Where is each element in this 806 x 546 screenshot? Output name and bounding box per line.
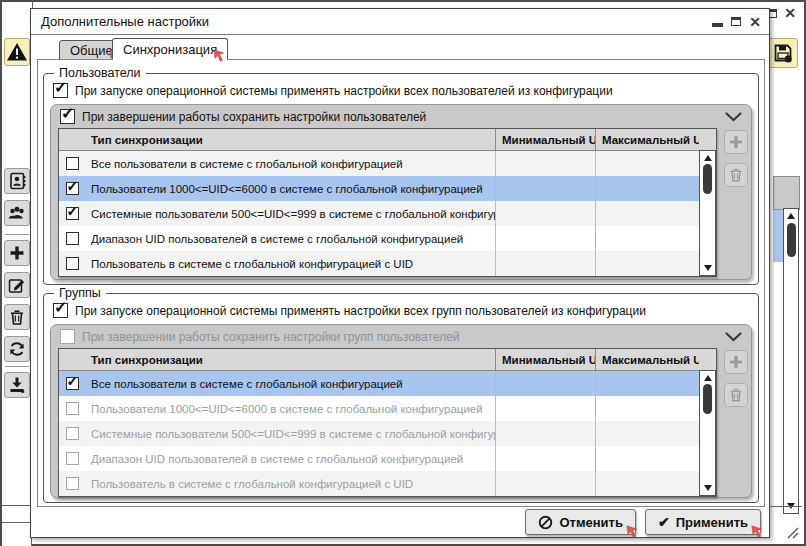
- row-checkbox[interactable]: [66, 182, 79, 195]
- users-apply-checkbox-row[interactable]: При запуске операционной системы применя…: [53, 83, 613, 98]
- max-uid-cell[interactable]: [595, 471, 699, 496]
- users-panel-header[interactable]: При завершении работы сохранить настройк…: [51, 105, 751, 128]
- delete-button[interactable]: [4, 304, 30, 330]
- min-uid-cell[interactable]: [495, 371, 595, 396]
- add-button[interactable]: [4, 240, 30, 266]
- refresh-button[interactable]: [4, 336, 30, 362]
- row-checkbox[interactable]: [66, 232, 79, 245]
- background-selected-row-fragment: [773, 210, 783, 262]
- chevron-down-icon[interactable]: [725, 112, 742, 122]
- resize-grip[interactable]: [784, 524, 800, 540]
- close-icon[interactable]: ✕: [749, 16, 761, 28]
- max-uid-cell[interactable]: [595, 371, 699, 396]
- edit-button[interactable]: [4, 272, 30, 298]
- delete-row-button[interactable]: [724, 383, 748, 407]
- scroll-thumb[interactable]: [703, 164, 712, 194]
- sync-type-cell: Все пользователи в системе с глобальной …: [85, 371, 495, 396]
- chevron-down-icon[interactable]: [725, 332, 742, 342]
- row-checkbox[interactable]: [66, 257, 79, 270]
- dialog-controls: ✕: [712, 16, 761, 28]
- checkbox[interactable]: [60, 109, 75, 124]
- scroll-down-icon[interactable]: [704, 265, 712, 271]
- min-uid-cell[interactable]: [495, 226, 595, 251]
- groups-apply-checkbox-row[interactable]: При запуске операционной системы применя…: [53, 303, 646, 318]
- scroll-up-icon[interactable]: [787, 213, 795, 219]
- min-uid-cell[interactable]: [495, 176, 595, 201]
- delete-row-button[interactable]: [724, 163, 748, 187]
- add-row-button[interactable]: [724, 350, 748, 374]
- scroll-thumb[interactable]: [703, 384, 712, 414]
- row-checkbox[interactable]: [66, 157, 79, 170]
- row-checkbox[interactable]: [66, 402, 79, 415]
- table-row[interactable]: Системные пользователи 500<=UID<=999 в с…: [59, 201, 716, 226]
- column-header: Тип синхронизации: [85, 129, 495, 150]
- checkbox[interactable]: [53, 303, 68, 318]
- groups-panel-body: Тип синхронизации Минимальный UID Максим…: [58, 348, 717, 497]
- min-uid-cell[interactable]: [495, 201, 595, 226]
- max-uid-cell[interactable]: [595, 251, 699, 276]
- scroll-up-icon[interactable]: [704, 155, 712, 161]
- min-uid-cell[interactable]: [495, 151, 595, 176]
- maximize-icon[interactable]: [731, 17, 741, 26]
- users-table-actions: [724, 130, 748, 187]
- row-checkbox[interactable]: [66, 477, 79, 490]
- table-row[interactable]: Пользователь в системе с глобальной конф…: [59, 251, 716, 276]
- toolbar-separator: [5, 366, 29, 367]
- save-button[interactable]: [768, 38, 798, 68]
- min-uid-cell[interactable]: [495, 421, 595, 446]
- background-scrollbar[interactable]: [783, 208, 799, 514]
- close-icon[interactable]: ✕: [784, 7, 796, 19]
- table-scrollbar[interactable]: [699, 150, 716, 276]
- user-groups-button[interactable]: [4, 200, 30, 226]
- table-scrollbar[interactable]: [699, 370, 716, 496]
- table-row[interactable]: Пользователи 1000<=UID<=6000 в системе с…: [59, 176, 716, 201]
- users-legend: Пользователи: [54, 66, 146, 80]
- minimize-icon[interactable]: [712, 23, 723, 27]
- max-uid-cell[interactable]: [595, 176, 699, 201]
- row-checkbox[interactable]: [66, 377, 79, 390]
- panel-header-label: При завершении работы сохранить настройк…: [82, 110, 426, 124]
- scroll-up-icon[interactable]: [704, 375, 712, 381]
- apply-button[interactable]: ✔ Применить: [645, 509, 761, 535]
- min-uid-cell[interactable]: [495, 471, 595, 496]
- max-uid-cell[interactable]: [595, 396, 699, 421]
- import-button[interactable]: [4, 372, 30, 398]
- max-uid-cell[interactable]: [595, 226, 699, 251]
- tab-synchronization[interactable]: Синхронизация: [112, 38, 228, 60]
- max-uid-cell[interactable]: [595, 421, 699, 446]
- min-uid-cell[interactable]: [495, 446, 595, 471]
- column-header: Минимальный UID: [495, 349, 595, 370]
- table-row[interactable]: Все пользователи в системе с глобальной …: [59, 371, 716, 396]
- scroll-thumb[interactable]: [787, 223, 796, 257]
- row-checkbox[interactable]: [66, 427, 79, 440]
- sync-type-cell: Диапазон UID пользователей в системе с г…: [85, 446, 495, 471]
- row-checkbox[interactable]: [66, 207, 79, 220]
- groups-panel-header[interactable]: При завершении работы сохранить настройк…: [51, 325, 751, 348]
- table-row[interactable]: Пользователь в системе с глобальной конф…: [59, 471, 716, 496]
- row-checkbox[interactable]: [66, 452, 79, 465]
- max-uid-cell[interactable]: [595, 151, 699, 176]
- min-uid-cell[interactable]: [495, 396, 595, 421]
- table-row[interactable]: Системные пользователи 500<=UID<=999 в с…: [59, 421, 716, 446]
- table-row[interactable]: Диапазон UID пользователей в системе с г…: [59, 226, 716, 251]
- refresh-icon: [7, 339, 27, 359]
- max-uid-cell[interactable]: [595, 446, 699, 471]
- user-accounts-button[interactable]: [4, 168, 30, 194]
- warning-button[interactable]: [4, 38, 30, 66]
- tab-label: Общие: [70, 43, 113, 58]
- dialog-titlebar[interactable]: Дополнительные настройки ✕: [31, 9, 769, 35]
- add-row-button[interactable]: [724, 130, 748, 154]
- checkbox[interactable]: [53, 83, 68, 98]
- scroll-down-icon[interactable]: [704, 485, 712, 491]
- max-uid-cell[interactable]: [595, 201, 699, 226]
- table-header-row: Тип синхронизации Минимальный UID Максим…: [59, 349, 716, 371]
- min-uid-cell[interactable]: [495, 251, 595, 276]
- table-row[interactable]: Все пользователи в системе с глобальной …: [59, 151, 716, 176]
- table-row[interactable]: Пользователи 1000<=UID<=6000 в системе с…: [59, 396, 716, 421]
- cancel-button[interactable]: Отменить: [525, 509, 636, 535]
- table-row[interactable]: Диапазон UID пользователей в системе с г…: [59, 446, 716, 471]
- checkbox[interactable]: [60, 329, 75, 344]
- plus-icon: [728, 134, 744, 150]
- statusbar-cell: [2, 505, 32, 523]
- address-book-icon: [7, 171, 27, 191]
